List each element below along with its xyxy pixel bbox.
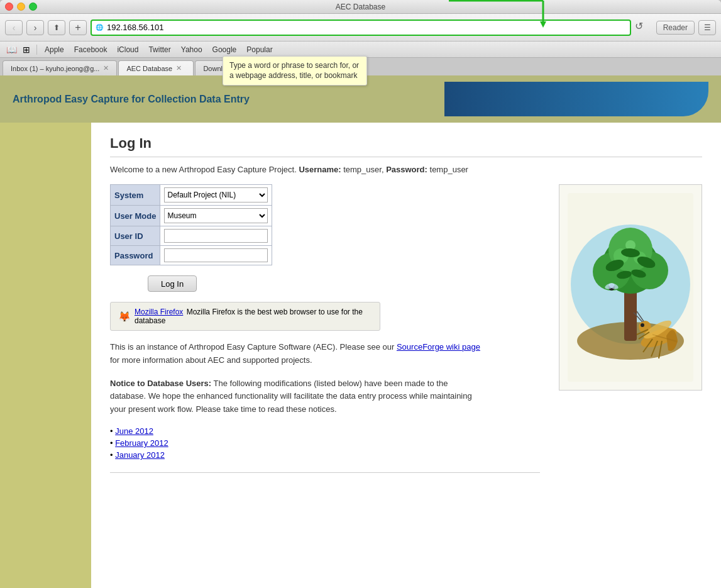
link-february-2012[interactable]: February 2012 (115, 438, 168, 448)
form-row-userid: User ID (111, 226, 272, 246)
userid-input[interactable] (164, 229, 268, 243)
login-button[interactable]: Log In (148, 275, 197, 292)
password-label: Password (111, 246, 160, 265)
form-row-usermode: User Mode Museum (111, 206, 272, 226)
password-input-cell (160, 246, 272, 265)
bookmark-separator (36, 45, 37, 55)
reader-button[interactable]: Reader (656, 21, 695, 35)
back-button[interactable]: ‹ (5, 20, 23, 35)
notice-text: Notice to Database Users: The following … (110, 377, 481, 416)
login-button-row: Log In (110, 275, 540, 292)
login-form-left: System Default Project (NIL) User Mode (110, 184, 540, 485)
link-january-2012[interactable]: January 2012 (115, 450, 165, 460)
grid-icon[interactable]: ⊞ (20, 43, 33, 56)
svg-rect-6 (624, 291, 637, 341)
bookmark-icloud[interactable]: iCloud (113, 44, 142, 55)
bookmark-yahoo[interactable]: Yahoo (177, 44, 206, 55)
page-title: Arthropod Easy Capture for Collection Da… (13, 94, 250, 105)
login-form-wrapper: System Default Project (NIL) User Mode (110, 184, 702, 485)
address-tooltip: Type a word or phrase to search for, or … (223, 56, 367, 86)
tab-inbox[interactable]: Inbox (1) – kyuho.jeong@g... ✕ (3, 60, 117, 75)
form-row-password: Password (111, 246, 272, 265)
window-title: AEC Database (336, 3, 385, 11)
system-label: System (111, 185, 160, 206)
sidebar-toggle-button[interactable]: ☰ (698, 20, 716, 35)
svg-point-24 (641, 323, 644, 327)
firefox-icon: 🦊 (118, 311, 131, 323)
login-form-table: System Default Project (NIL) User Mode (110, 184, 272, 265)
bookmark-google[interactable]: Google (209, 44, 241, 55)
address-bar-container: 🌐 Type a word or phrase to search for, o… (91, 19, 631, 36)
password-input[interactable] (164, 248, 268, 262)
usermode-select[interactable]: Museum (164, 208, 268, 223)
new-tab-button[interactable]: + (69, 20, 87, 35)
description-text: This is an instance of Arthropod Easy Ca… (110, 341, 487, 367)
address-favicon: 🌐 (94, 23, 104, 33)
firefox-notice: 🦊 Mozilla Firefox Mozilla Firefox is the… (110, 302, 380, 331)
update-february: • February 2012 (110, 438, 540, 448)
window-controls (5, 3, 37, 11)
header-decoration (444, 82, 708, 116)
browser-window: AEC Database ‹ › ⬆ + 🌐 Type a word or ph… (0, 0, 721, 588)
usermode-select-cell: Museum (160, 206, 272, 226)
bookmark-facebook[interactable]: Facebook (70, 44, 111, 55)
notice-title: Notice to Database Users: (110, 379, 211, 388)
update-june: • June 2012 (110, 426, 540, 436)
firefox-link[interactable]: Mozilla Firefox (135, 308, 183, 316)
usermode-label: User Mode (111, 206, 160, 226)
login-title: Log In (110, 135, 702, 157)
insect-illustration (564, 190, 696, 385)
bookmark-apple[interactable]: Apple (41, 44, 68, 55)
link-june-2012[interactable]: June 2012 (115, 426, 153, 436)
userid-label: User ID (111, 226, 160, 246)
sourceforge-link[interactable]: SourceForge wiki page (397, 342, 480, 352)
page-body: Log In Welcome to a new Arthropod Easy C… (0, 123, 721, 588)
title-bar: AEC Database (0, 0, 721, 14)
form-row-system: System Default Project (NIL) (111, 185, 272, 206)
system-select[interactable]: Default Project (NIL) (164, 187, 268, 202)
address-input[interactable] (91, 19, 631, 36)
bookmark-popular[interactable]: Popular (243, 44, 276, 55)
update-january: • January 2012 (110, 450, 540, 460)
update-links: • June 2012 • February 2012 • January 20… (110, 426, 540, 460)
bookmark-twitter[interactable]: Twitter (145, 44, 174, 55)
forward-button[interactable]: › (26, 20, 44, 35)
tab-close-inbox[interactable]: ✕ (103, 64, 109, 72)
main-content: Log In Welcome to a new Arthropod Easy C… (91, 123, 721, 588)
tab-aec[interactable]: AEC Database ✕ (118, 60, 194, 75)
maximize-button[interactable] (29, 3, 37, 11)
reading-list-icon[interactable]: 📖 (5, 43, 18, 56)
welcome-text: Welcome to a new Arthropod Easy Capture … (110, 165, 702, 174)
minimize-button[interactable] (17, 3, 25, 11)
tab-close-aec[interactable]: ✕ (176, 64, 182, 72)
sidebar (0, 123, 91, 588)
refresh-button[interactable]: ↺ (635, 20, 652, 35)
insect-image (559, 184, 702, 391)
browser-content: Arthropod Easy Capture for Collection Da… (0, 75, 721, 588)
system-select-cell: Default Project (NIL) (160, 185, 272, 206)
close-button[interactable] (5, 3, 13, 11)
userid-input-cell (160, 226, 272, 246)
page-divider (110, 472, 540, 473)
share-button[interactable]: ⬆ (48, 20, 65, 35)
nav-bar: ‹ › ⬆ + 🌐 Type a word or phrase to searc… (0, 14, 721, 42)
